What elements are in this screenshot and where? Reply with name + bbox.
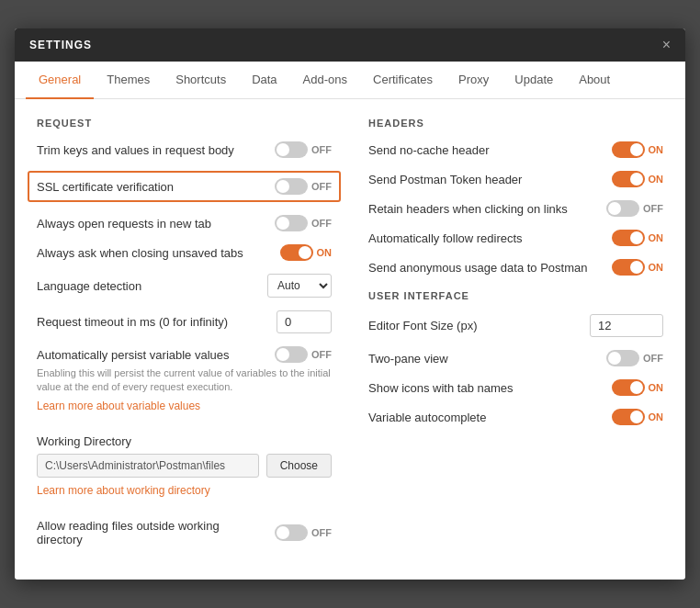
editor-font-label: Editor Font Size (px) [368, 319, 590, 332]
timeout-row: Request timeout in ms (0 for infinity) [37, 310, 332, 333]
no-cache-toggle[interactable]: ON [612, 141, 664, 158]
tab-addons[interactable]: Add-ons [290, 62, 360, 99]
follow-redirects-state: ON [649, 232, 664, 243]
modal-overlay: SETTINGS × General Themes Shortcuts Data… [0, 0, 700, 608]
postman-token-toggle[interactable]: ON [612, 171, 664, 187]
headers-ui-column: HEADERS Send no-cache header ON Send Pos… [368, 118, 663, 559]
postman-token-row: Send Postman Token header ON [368, 171, 663, 187]
trim-keys-label: Trim keys and values in request body [37, 143, 267, 157]
retain-headers-track[interactable] [606, 200, 639, 217]
ask-closing-state: ON [317, 247, 333, 258]
two-pane-row: Two-pane view OFF [368, 350, 663, 366]
choose-button[interactable]: Choose [266, 454, 332, 478]
allow-files-state: OFF [311, 527, 332, 538]
tab-about[interactable]: About [566, 62, 623, 99]
working-dir-title: Working Directory [37, 434, 332, 448]
auto-persist-track[interactable] [275, 346, 308, 363]
allow-files-label: Allow reading files outside working dire… [37, 519, 220, 546]
settings-content: REQUEST Trim keys and values in request … [15, 99, 685, 578]
ui-section-title: USER INTERFACE [368, 290, 663, 301]
close-button[interactable]: × [662, 38, 671, 52]
lang-detect-select[interactable]: Auto JSON XML HTML [267, 274, 332, 298]
ssl-cert-toggle[interactable]: OFF [275, 178, 332, 195]
no-cache-track[interactable] [612, 141, 645, 158]
editor-font-input[interactable] [590, 314, 663, 337]
postman-token-thumb [630, 173, 643, 186]
show-icons-toggle[interactable]: ON [612, 379, 664, 396]
tab-shortcuts[interactable]: Shortcuts [163, 62, 239, 99]
autocomplete-state: ON [649, 411, 664, 422]
auto-persist-thumb [277, 348, 289, 361]
ssl-cert-track[interactable] [275, 178, 308, 195]
retain-headers-state: OFF [643, 203, 663, 214]
working-dir-row: Choose [37, 454, 332, 478]
follow-redirects-toggle[interactable]: ON [612, 230, 664, 246]
two-pane-toggle[interactable]: OFF [606, 350, 663, 366]
follow-redirects-row: Automatically follow redirects ON [368, 230, 663, 246]
retain-headers-toggle[interactable]: OFF [606, 200, 663, 217]
show-icons-state: ON [649, 382, 664, 393]
autocomplete-label: Variable autocomplete [368, 411, 604, 424]
tab-certificates[interactable]: Certificates [360, 62, 446, 99]
trim-keys-toggle[interactable]: OFF [275, 141, 332, 158]
ssl-cert-state: OFF [311, 181, 332, 192]
ask-closing-track[interactable] [280, 244, 313, 261]
autocomplete-track[interactable] [612, 409, 645, 425]
autocomplete-row: Variable autocomplete ON [368, 409, 663, 425]
request-column: REQUEST Trim keys and values in request … [37, 118, 332, 559]
auto-persist-sublabel: Enabling this will persist the current v… [37, 366, 332, 395]
anon-usage-track[interactable] [612, 259, 645, 276]
ssl-cert-thumb [277, 180, 289, 193]
learn-variable-link[interactable]: Learn more about variable values [37, 400, 200, 412]
anon-usage-label: Send anonymous usage data to Postman [368, 261, 604, 275]
ask-closing-toggle[interactable]: ON [280, 244, 333, 261]
trim-keys-row: Trim keys and values in request body OFF [37, 141, 332, 158]
open-new-tab-thumb [277, 217, 289, 230]
tab-themes[interactable]: Themes [94, 62, 163, 99]
tab-general[interactable]: General [26, 62, 94, 99]
auto-persist-label: Automatically persist variable values [37, 348, 267, 362]
follow-redirects-track[interactable] [612, 230, 645, 246]
two-pane-track[interactable] [606, 350, 639, 366]
auto-persist-state: OFF [311, 349, 332, 360]
learn-working-dir-link[interactable]: Learn more about working directory [37, 484, 210, 497]
allow-files-track[interactable] [275, 524, 308, 541]
show-icons-track[interactable] [612, 379, 645, 396]
tab-update[interactable]: Update [502, 62, 566, 99]
auto-persist-block: Automatically persist variable values OF… [37, 346, 332, 422]
auto-persist-row: Automatically persist variable values OF… [37, 346, 332, 363]
anon-usage-state: ON [649, 262, 664, 273]
two-pane-thumb [608, 352, 621, 365]
no-cache-row: Send no-cache header ON [368, 141, 663, 158]
no-cache-thumb [630, 143, 643, 156]
open-new-tab-track[interactable] [275, 215, 308, 231]
working-dir-input[interactable] [37, 454, 259, 478]
no-cache-state: ON [649, 144, 664, 155]
anon-usage-toggle[interactable]: ON [612, 259, 664, 276]
timeout-input[interactable] [277, 310, 332, 333]
headers-section-title: HEADERS [368, 118, 663, 129]
two-pane-state: OFF [643, 353, 663, 364]
follow-redirects-label: Automatically follow redirects [368, 231, 604, 245]
trim-keys-track[interactable] [275, 141, 308, 158]
ssl-cert-row: SSL certificate verification OFF [28, 171, 341, 202]
tab-data[interactable]: Data [239, 62, 289, 99]
allow-files-toggle[interactable]: OFF [275, 524, 332, 541]
modal-header: SETTINGS × [15, 28, 685, 62]
tabs-bar: General Themes Shortcuts Data Add-ons Ce… [15, 62, 685, 99]
settings-modal: SETTINGS × General Themes Shortcuts Data… [15, 28, 685, 580]
retain-headers-label: Retain headers when clicking on links [368, 202, 599, 216]
editor-font-row: Editor Font Size (px) [368, 314, 663, 337]
ssl-cert-label: SSL certificate verification [37, 180, 267, 194]
anon-usage-thumb [630, 261, 643, 274]
allow-files-thumb [277, 526, 289, 539]
autocomplete-toggle[interactable]: ON [612, 409, 664, 425]
auto-persist-toggle[interactable]: OFF [275, 346, 332, 363]
retain-headers-thumb [608, 202, 621, 215]
trim-keys-state: OFF [311, 144, 332, 155]
postman-token-track[interactable] [612, 171, 645, 187]
open-new-tab-toggle[interactable]: OFF [275, 215, 332, 231]
open-new-tab-label: Always open requests in new tab [37, 217, 267, 231]
tab-proxy[interactable]: Proxy [446, 62, 502, 99]
show-icons-thumb [630, 381, 643, 394]
